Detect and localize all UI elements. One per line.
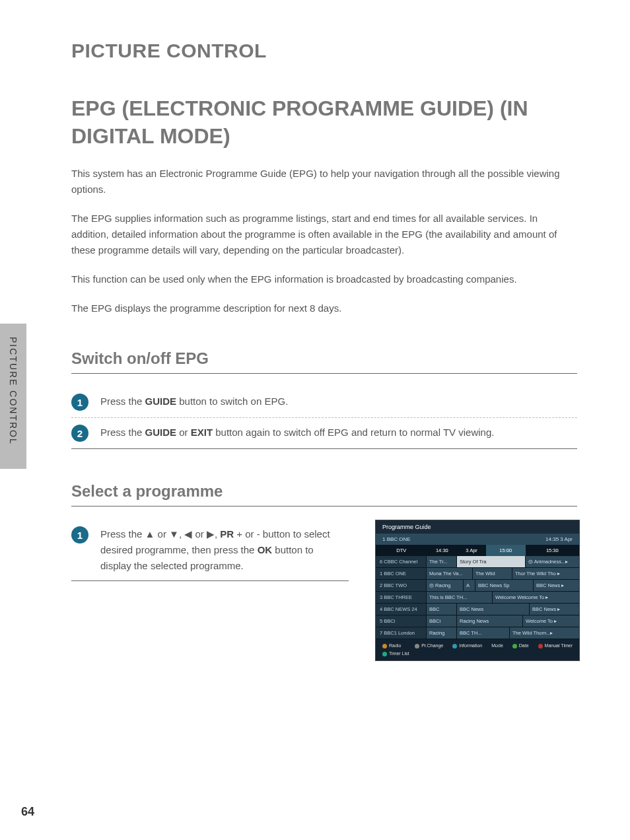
epg-channel-label: 5 BBCi <box>376 615 426 627</box>
rule <box>71 506 577 507</box>
epg-programme-cell: Racing News <box>456 615 522 627</box>
epg-screenshot: Programme Guide 1 BBC ONE 14:35 3 Apr DT… <box>375 520 580 660</box>
step-number-badge: 2 <box>71 425 88 442</box>
epg-channel-label: 7 BBC1 London <box>376 627 426 639</box>
dot-icon <box>452 644 457 648</box>
intro-para-1: This system has an Electronic Programme … <box>71 166 577 197</box>
step-row: 2 Press the GUIDE or EXIT button again t… <box>71 418 577 449</box>
epg-head-time3: 15:30 <box>526 545 579 556</box>
step-number-badge: 1 <box>71 526 88 543</box>
epg-programme-cell: ◎ Animadness...▸ <box>525 556 579 567</box>
epg-programme-cell: The Tr... <box>426 556 456 567</box>
epg-current-channel: 1 BBC ONE <box>382 536 411 542</box>
epg-head-time2: 15:00 <box>486 545 526 556</box>
section-header: PICTURE CONTROL <box>71 40 577 62</box>
epg-row: 4 BBC NEWS 24BBCBBC NewsBBC News ▸ <box>376 604 579 615</box>
select-heading: Select a programme <box>71 482 577 501</box>
page-number: 64 <box>21 805 34 819</box>
epg-channel-label: 3 BBC THREE <box>376 592 426 603</box>
epg-programme-cell: Thor The Wild Tho ▸ <box>512 568 579 579</box>
epg-row: 2 BBC TWO◎ RacingABBC News SpBBC News ▸ <box>376 580 579 592</box>
epg-programme-cell: ◎ Racing <box>426 580 463 591</box>
side-tab-label: PICTURE CONTROL <box>8 337 18 445</box>
epg-row: 1 BBC ONEMona The Va...The WildThor The … <box>376 568 579 580</box>
epg-programme-cell: BBC News <box>456 604 529 615</box>
epg-clock: 14:35 3 Apr <box>545 536 573 542</box>
epg-channel-label: 1 BBC ONE <box>376 568 426 579</box>
dot-icon <box>415 644 419 648</box>
epg-status-bar: 1 BBC ONE 14:35 3 Apr <box>376 534 579 545</box>
side-tab: PICTURE CONTROL <box>0 324 26 469</box>
epg-programme-cell: This is BBC TH... <box>426 592 492 603</box>
manual-page: PICTURE CONTROL PICTURE CONTROL EPG (ELE… <box>0 0 630 840</box>
epg-programme-cell: The Wild Thorn...▸ <box>509 627 579 639</box>
epg-row: 7 BBC1 LondonRacingBBC TH...The Wild Tho… <box>376 627 579 639</box>
dot-icon <box>512 644 517 648</box>
step-number-badge: 1 <box>71 394 88 411</box>
epg-grid-body: 6 CBBC ChannelThe Tr...Story Of Tra◎ Ani… <box>376 556 579 639</box>
epg-channel-label: 4 BBC NEWS 24 <box>376 604 426 615</box>
epg-grid-header: DTV 14:30 3 Apr 15:00 15:30 <box>376 545 579 556</box>
epg-window-title: Programme Guide <box>376 520 579 534</box>
epg-channel-label: 2 BBC TWO <box>376 580 426 591</box>
step-row: 1 Press the GUIDE button to switch on EP… <box>71 387 577 418</box>
epg-programme-cell: BBC News ▸ <box>533 580 579 591</box>
epg-programme-cell: BBC TH... <box>456 627 509 639</box>
epg-programme-cell: Welcome To ▸ <box>522 615 579 627</box>
epg-head-date: 3 Apr <box>457 545 486 556</box>
epg-row: 6 CBBC ChannelThe Tr...Story Of Tra◎ Ani… <box>376 556 579 568</box>
step-text: Press the GUIDE or EXIT button again to … <box>100 425 494 440</box>
epg-programme-cell: BBC <box>426 604 456 615</box>
rule <box>71 373 577 374</box>
epg-programme-cell: BBC News ▸ <box>529 604 579 615</box>
epg-head-dtv: DTV <box>376 545 427 556</box>
epg-programme-cell: A <box>463 580 475 591</box>
arrows-icon: ▲ or ▼, ◀ or ▶ <box>145 528 215 540</box>
epg-row: 5 BBCiBBCiRacing NewsWelcome To ▸ <box>376 615 579 627</box>
epg-programme-cell: Mona The Va... <box>426 568 472 579</box>
intro-para-3: This function can be used only when the … <box>71 271 577 287</box>
epg-programme-cell: Welcome Welcome To ▸ <box>492 592 579 603</box>
dot-icon <box>538 644 543 648</box>
switch-heading: Switch on/off EPG <box>71 349 577 368</box>
dot-icon <box>382 652 387 656</box>
epg-channel-label: 6 CBBC Channel <box>376 556 426 567</box>
page-title: EPG (ELECTRONIC PROGRAMME GUIDE) (IN DIG… <box>71 95 577 150</box>
epg-head-time1: 14:30 <box>427 545 458 556</box>
epg-footer-legend: Radio Pr.Change Information Mode Date Ma… <box>376 639 579 660</box>
epg-programme-cell: BBCi <box>426 615 456 627</box>
intro-para-4: The EPG displays the programme descripti… <box>71 300 577 316</box>
dot-icon <box>382 644 387 648</box>
epg-programme-cell: BBC News Sp <box>475 580 533 591</box>
select-section: 1 Press the ▲ or ▼, ◀ or ▶, PR + or - bu… <box>71 520 577 660</box>
epg-programme-cell: Racing <box>426 627 456 639</box>
epg-programme-cell: Story Of Tra <box>456 556 525 567</box>
epg-programme-cell: The Wild <box>472 568 512 579</box>
epg-row: 3 BBC THREEThis is BBC TH...Welcome Welc… <box>376 592 579 604</box>
switch-steps: 1 Press the GUIDE button to switch on EP… <box>71 387 577 449</box>
step-row: 1 Press the ▲ or ▼, ◀ or ▶, PR + or - bu… <box>71 520 349 581</box>
intro-para-2: The EPG supplies information such as pro… <box>71 211 577 258</box>
step-text: Press the ▲ or ▼, ◀ or ▶, PR + or - butt… <box>100 526 338 574</box>
step-text: Press the GUIDE button to switch on EPG. <box>100 394 288 409</box>
